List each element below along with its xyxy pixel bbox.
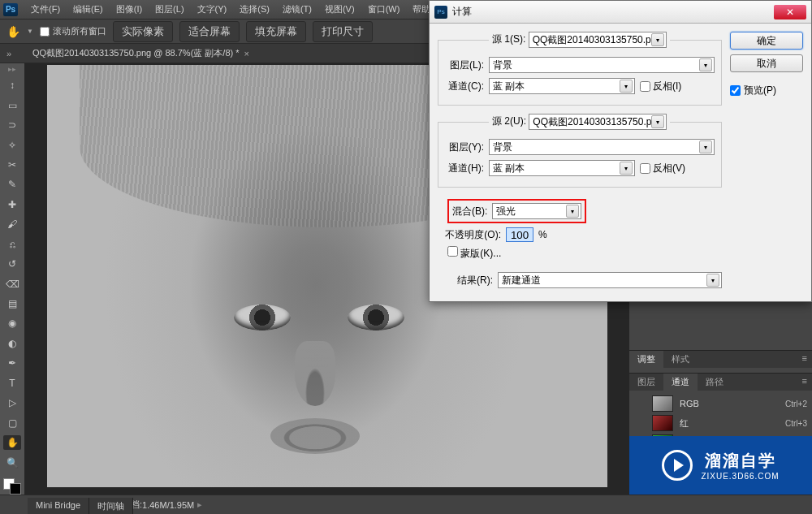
type-tool[interactable]: T	[3, 376, 21, 391]
channel-shortcut: Ctrl+2	[785, 400, 807, 408]
lasso-tool[interactable]: ⊃	[3, 118, 21, 132]
hand-tool[interactable]: ✋	[3, 435, 21, 450]
stamp-tool[interactable]: ⎌	[3, 237, 21, 252]
toolbox-collapse-icon[interactable]: ▸▸	[8, 65, 16, 73]
channel-rgb[interactable]: RGBCtrl+2	[629, 394, 812, 413]
eraser-tool[interactable]: ⌫	[3, 276, 21, 291]
blend-dropdown[interactable]: 强光▾	[492, 203, 581, 219]
crop-tool[interactable]: ✂	[3, 158, 21, 172]
menu-window[interactable]: 窗口(W)	[368, 3, 400, 15]
source1-channel-dropdown[interactable]: 蓝 副本▾	[489, 78, 635, 94]
dodge-tool[interactable]: ◐	[3, 336, 21, 351]
watermark-title: 溜溜自学	[705, 450, 776, 472]
menu-edit[interactable]: 编辑(E)	[73, 3, 103, 15]
fit-screen-button[interactable]: 适合屏幕	[179, 21, 240, 42]
color-swatches[interactable]	[3, 478, 21, 495]
tab-timeline[interactable]: 时间轴	[89, 498, 133, 514]
tab-styles[interactable]: 样式	[663, 351, 698, 368]
preview-label: 预览(P)	[744, 84, 776, 97]
doc-info-value: 1.46M/1.95M	[142, 500, 194, 510]
layer-tabs: 图层 通道 路径 ≡	[629, 373, 812, 391]
tab-channels[interactable]: 通道	[663, 374, 698, 391]
invert2-label: 反相(V)	[653, 162, 685, 175]
heal-tool[interactable]: ✚	[3, 197, 21, 212]
eyedropper-tool[interactable]: ✎	[3, 177, 21, 192]
invert1-label: 反相(I)	[653, 80, 681, 93]
shape-tool[interactable]: ▢	[3, 415, 21, 430]
move-tool[interactable]: ↕	[3, 78, 21, 93]
history-brush-tool[interactable]: ↺	[3, 257, 21, 271]
app-icon: Ps	[434, 6, 447, 19]
source1-label: 源 1(S):	[492, 33, 525, 45]
dialog-titlebar[interactable]: Ps 计算 ✕	[430, 1, 811, 24]
menu-image[interactable]: 图像(I)	[116, 3, 142, 15]
gradient-tool[interactable]: ▤	[3, 296, 21, 311]
cancel-button[interactable]: 取消	[730, 54, 803, 72]
app-logo: Ps	[3, 3, 18, 16]
tab-mini-bridge[interactable]: Mini Bridge	[28, 498, 89, 514]
source1-layer-dropdown[interactable]: 背景▾	[489, 57, 715, 73]
source2-label: 源 2(U):	[492, 115, 526, 127]
tab-layers[interactable]: 图层	[629, 374, 663, 391]
result-value: 新建通道	[502, 274, 541, 287]
source2-channel-dropdown[interactable]: 蓝 副本▾	[489, 160, 635, 176]
tab-paths[interactable]: 路径	[698, 374, 732, 391]
menu-filter[interactable]: 滤镜(T)	[283, 3, 312, 15]
print-size-button[interactable]: 打印尺寸	[313, 21, 373, 42]
invert1-checkbox[interactable]: 反相(I)	[640, 80, 681, 93]
panel-menu-icon[interactable]: ≡	[797, 351, 812, 368]
source2-file-dropdown[interactable]: QQ截图20140303135750.png▾	[529, 114, 667, 130]
invert2-checkbox[interactable]: 反相(V)	[640, 162, 685, 175]
blend-highlight: 混合(B): 强光▾	[447, 199, 586, 223]
path-select-tool[interactable]: ▷	[3, 395, 21, 410]
toolbox: ▸▸ ↕ ▭ ⊃ ✧ ✂ ✎ ✚ 🖌 ⎌ ↺ ⌫ ▤ ◉ ◐ ✒ T ▷ ▢ ✋…	[0, 63, 24, 495]
percent-label: %	[538, 229, 547, 240]
tool-preset-dropdown[interactable]: ▼	[27, 28, 33, 35]
watermark: 溜溜自学 ZIXUE.3D66.COM	[629, 436, 812, 495]
expand-icon[interactable]: »	[6, 49, 11, 58]
pen-tool[interactable]: ✒	[3, 356, 21, 370]
menu-type[interactable]: 文字(Y)	[197, 3, 227, 15]
blur-tool[interactable]: ◉	[3, 316, 21, 330]
result-label: 结果(R):	[452, 274, 493, 287]
source2-layer-dropdown[interactable]: 背景▾	[489, 139, 715, 155]
blend-label: 混合(B):	[452, 205, 487, 218]
channel-shortcut: Ctrl+3	[785, 419, 807, 428]
fill-screen-button[interactable]: 填充屏幕	[246, 21, 306, 42]
channel-label: 红	[680, 417, 779, 430]
menu-file[interactable]: 文件(F)	[31, 3, 60, 15]
close-tab-icon[interactable]: ×	[244, 49, 249, 58]
actual-pixels-button[interactable]: 实际像素	[113, 21, 173, 42]
menu-view[interactable]: 视图(V)	[325, 3, 355, 15]
result-dropdown[interactable]: 新建通道▾	[498, 272, 722, 288]
hand-icon: ✋	[6, 25, 20, 38]
marquee-tool[interactable]: ▭	[3, 97, 21, 112]
menu-layer[interactable]: 图层(L)	[155, 3, 184, 15]
zoom-tool[interactable]: 🔍	[3, 455, 21, 469]
tab-adjustments[interactable]: 调整	[629, 351, 663, 368]
source1-file-dropdown[interactable]: QQ截图20140303135750.png▾	[529, 32, 667, 48]
scroll-all-checkbox[interactable]: 滚动所有窗口	[40, 25, 106, 37]
bottom-tabs: Mini Bridge 时间轴	[28, 498, 133, 514]
document-tab[interactable]: QQ截图20140303135750.png @ 88.7%(蓝 副本/8) *	[32, 47, 240, 59]
dialog-title: 计算	[452, 5, 774, 19]
watermark-url: ZIXUE.3D66.COM	[701, 472, 779, 481]
mask-checkbox[interactable]: 蒙版(K)...	[447, 246, 501, 261]
mask-label: 蒙版(K)...	[460, 248, 501, 259]
preview-checkbox[interactable]: 预览(P)	[730, 84, 803, 97]
layer-label: 图层(L):	[442, 58, 484, 72]
brush-tool[interactable]: 🖌	[3, 217, 21, 231]
close-button[interactable]: ✕	[774, 5, 806, 19]
source1-group: 源 1(S): QQ截图20140303135750.png▾ 图层(L):背景…	[438, 32, 722, 106]
calculations-dialog: Ps 计算 ✕ 源 1(S): QQ截图20140303135750.png▾ …	[429, 0, 812, 302]
doc-info-dropdown[interactable]: ▸	[197, 499, 202, 510]
source1-channel-value: 蓝 副本	[493, 80, 525, 93]
blend-value: 强光	[496, 205, 516, 218]
adjust-tabs: 调整 样式 ≡	[629, 350, 812, 368]
panel-menu-icon[interactable]: ≡	[797, 374, 812, 391]
wand-tool[interactable]: ✧	[3, 137, 21, 152]
ok-button[interactable]: 确定	[730, 32, 803, 50]
opacity-input[interactable]	[506, 227, 533, 242]
channel-red[interactable]: 红Ctrl+3	[629, 413, 812, 433]
menu-select[interactable]: 选择(S)	[240, 3, 270, 15]
